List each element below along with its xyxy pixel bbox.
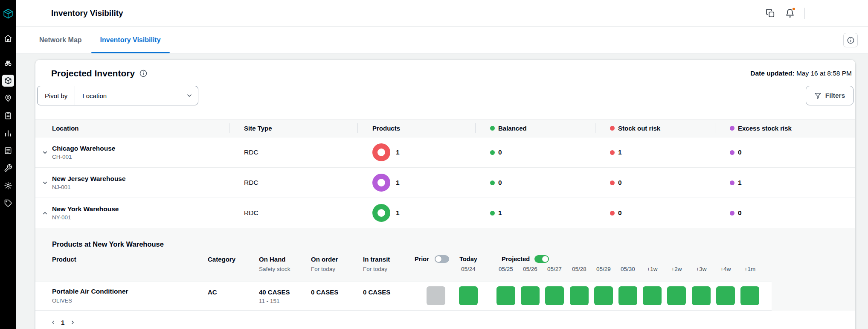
product-name[interactable]: Portable Air Conditioner: [52, 288, 128, 295]
filters-button[interactable]: Filters: [806, 86, 853, 105]
product-in-transit: 0 CASES: [363, 288, 390, 296]
products-count: 1: [396, 209, 400, 217]
timeline-cell[interactable]: [594, 286, 613, 305]
projected-toggle[interactable]: [534, 255, 549, 263]
table-row: Chicago Warehouse CH-001 RDC 1 0 1 0: [35, 137, 855, 168]
next-page-button[interactable]: [68, 317, 77, 328]
detail-column-category: Category: [208, 256, 235, 263]
today-label: Today: [459, 256, 478, 262]
products-donut-chart: [372, 204, 390, 222]
detail-column-in-transit: In transit: [363, 256, 390, 263]
excess-status-dot: [730, 181, 734, 185]
product-safety-stock: 11 - 151: [259, 298, 280, 304]
toggle-knob: [435, 256, 441, 262]
pivot-by-select[interactable]: Pivot by Location: [37, 86, 198, 105]
timeline-date-label: 05/28: [570, 266, 589, 272]
timeline-cell[interactable]: [545, 286, 564, 305]
stockout-status-dot: [610, 211, 615, 215]
location-name[interactable]: Chicago Warehouse: [52, 145, 229, 152]
tab-bar: Network Map Inventory Visibility: [16, 27, 868, 53]
products-count: 1: [396, 148, 400, 156]
expand-row-button[interactable]: [40, 147, 50, 157]
timeline-cell[interactable]: [618, 286, 637, 305]
column-header-stock-out-risk[interactable]: Stock out risk: [595, 119, 715, 137]
funnel-icon: [814, 92, 822, 99]
divider: [804, 8, 805, 19]
column-header-excess-stock-risk[interactable]: Excess stock risk: [715, 119, 855, 137]
timeline-cell[interactable]: [427, 286, 445, 305]
tag-icon[interactable]: [2, 197, 14, 209]
analytics-icon[interactable]: [2, 127, 14, 139]
panel-info-button[interactable]: [843, 33, 858, 47]
timeline-cell[interactable]: [692, 286, 711, 305]
balanced-count: 1: [498, 209, 502, 217]
content-area: Projected Inventory Date updated: May 16…: [16, 53, 868, 329]
timeline-cell[interactable]: [570, 286, 589, 305]
projected-label: Projected: [502, 256, 530, 262]
app-title: Inventory Visibility: [51, 0, 123, 26]
location-name[interactable]: New York Warehouse: [52, 205, 229, 213]
prior-toggle[interactable]: [435, 255, 449, 263]
timeline-date-label: 05/24: [459, 266, 478, 272]
timeline-cell[interactable]: [521, 286, 540, 305]
copy-icon[interactable]: [765, 8, 775, 18]
excess-count: 0: [738, 148, 742, 156]
timeline-date-label: +3w: [692, 266, 711, 272]
settings-icon[interactable]: [2, 180, 14, 192]
toggle-knob: [542, 256, 548, 262]
inventory-icon[interactable]: [2, 75, 14, 87]
excess-status-dot: [730, 150, 734, 155]
products-count: 1: [396, 179, 400, 186]
timeline-cell[interactable]: [496, 286, 515, 305]
table-row: New York Warehouse NY-001 RDC 1 1 0 0: [35, 198, 855, 228]
tab-network-map[interactable]: Network Map: [30, 27, 91, 53]
timeline-date-label: 05/30: [618, 266, 637, 272]
orders-icon[interactable]: [2, 110, 14, 122]
excess-status-dot: [730, 211, 734, 215]
info-icon[interactable]: [139, 69, 148, 78]
pivot-by-label: Pivot by: [38, 92, 75, 99]
notification-badge: [792, 7, 796, 11]
panel-title: Products at New York Warehouse: [52, 240, 164, 248]
app-logo-icon[interactable]: [3, 5, 14, 22]
sidebar-nav: [2, 32, 14, 209]
timeline-cell[interactable]: [667, 286, 686, 305]
column-header-site-type[interactable]: Site Type: [229, 119, 357, 137]
prior-label: Prior: [415, 256, 429, 262]
stockout-count: 0: [618, 179, 622, 186]
location-code: NY-001: [52, 214, 229, 221]
previous-page-button[interactable]: [48, 317, 58, 328]
timeline-cell[interactable]: [716, 286, 735, 305]
column-header-balanced[interactable]: Balanced: [475, 119, 595, 137]
detail-column-on-order: On order: [311, 256, 338, 263]
home-icon[interactable]: [2, 32, 14, 44]
site-type: RDC: [229, 148, 357, 156]
table-controls: Pivot by Location Filters: [37, 86, 853, 105]
location-name[interactable]: New Jersey Warehouse: [52, 175, 229, 183]
timeline-date-label: 05/25: [496, 266, 515, 272]
stockout-count: 1: [618, 148, 622, 156]
collapse-row-button[interactable]: [40, 208, 50, 218]
column-header-products[interactable]: Products: [357, 119, 475, 137]
timeline-cell[interactable]: [740, 286, 759, 305]
reports-icon[interactable]: [2, 145, 14, 157]
date-updated-label: Date updated:: [750, 70, 794, 77]
expand-row-button[interactable]: [40, 178, 50, 188]
timeline-cell[interactable]: [643, 286, 662, 305]
site-type: RDC: [229, 179, 357, 186]
chevron-up-icon: [42, 210, 48, 216]
insights-icon[interactable]: [2, 57, 14, 69]
products-donut-chart: [372, 174, 390, 192]
tab-inventory-visibility[interactable]: Inventory Visibility: [91, 27, 170, 53]
page-title: Projected Inventory: [51, 68, 135, 79]
tools-icon[interactable]: [2, 162, 14, 174]
locations-icon[interactable]: [2, 92, 14, 104]
date-updated: Date updated: May 16 at 8:58 PM: [750, 70, 852, 77]
current-page[interactable]: 1: [60, 319, 66, 326]
table-row: New Jersey Warehouse NJ-001 RDC 1 0 0 1: [35, 168, 855, 198]
bell-icon[interactable]: [785, 8, 795, 18]
chevron-down-icon: [42, 180, 48, 186]
location-code: NJ-001: [52, 184, 229, 190]
column-header-location[interactable]: Location: [35, 119, 229, 137]
timeline-cell[interactable]: [459, 286, 478, 305]
